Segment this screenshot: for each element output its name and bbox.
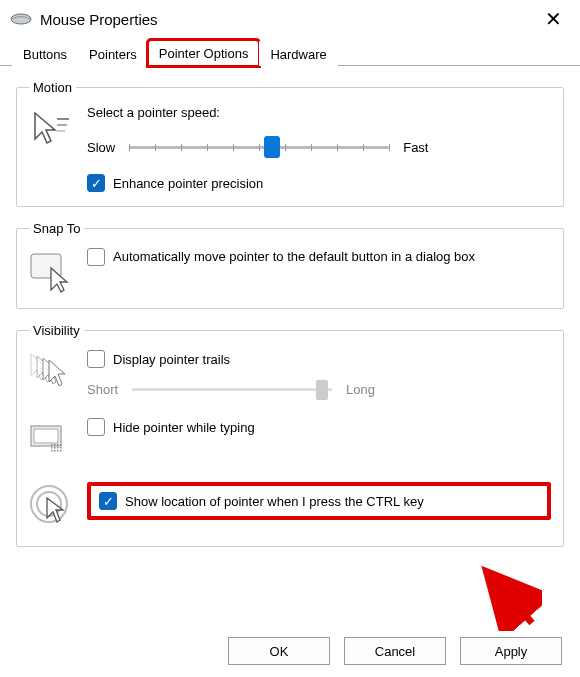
snap-to-legend: Snap To <box>29 221 84 236</box>
speed-label: Select a pointer speed: <box>87 105 551 120</box>
svg-rect-23 <box>60 447 62 449</box>
hide-typing-label: Hide pointer while typing <box>113 420 255 435</box>
mouse-icon <box>10 12 32 26</box>
hide-typing-checkbox[interactable] <box>87 418 105 436</box>
group-motion: Motion Select a pointer speed: Slow <box>16 80 564 207</box>
snap-to-icon <box>29 250 73 294</box>
ok-button[interactable]: OK <box>228 637 330 665</box>
ctrl-locate-icon <box>29 484 73 528</box>
tab-strip: Buttons Pointers Pointer Options Hardwar… <box>0 36 580 66</box>
display-trails-label: Display pointer trails <box>113 352 230 367</box>
auto-move-checkbox[interactable] <box>87 248 105 266</box>
tab-buttons[interactable]: Buttons <box>12 41 78 66</box>
svg-rect-17 <box>54 447 56 449</box>
content-area: Motion Select a pointer speed: Slow <box>0 66 580 565</box>
show-ctrl-label: Show location of pointer when I press th… <box>125 494 424 509</box>
titlebar: Mouse Properties ✕ <box>0 0 580 36</box>
svg-rect-19 <box>51 450 53 452</box>
close-button[interactable]: ✕ <box>537 5 570 33</box>
group-snap-to: Snap To Automatically move pointer to th… <box>16 221 564 309</box>
svg-rect-20 <box>54 450 56 452</box>
svg-line-28 <box>486 571 532 623</box>
svg-point-0 <box>11 14 31 24</box>
svg-rect-13 <box>51 444 53 446</box>
svg-rect-18 <box>57 447 59 449</box>
svg-marker-1 <box>35 113 55 143</box>
annotation-arrow <box>472 561 542 631</box>
group-visibility: Visibility Display pointer trails Short <box>16 323 564 547</box>
svg-rect-15 <box>57 444 59 446</box>
window-title: Mouse Properties <box>40 11 537 28</box>
cursor-speed-icon <box>29 109 73 153</box>
speed-fast-label: Fast <box>403 140 428 155</box>
enhance-precision-checkbox[interactable]: ✓ <box>87 174 105 192</box>
trail-short-label: Short <box>87 382 118 397</box>
show-ctrl-checkbox[interactable]: ✓ <box>99 492 117 510</box>
enhance-precision-label: Enhance pointer precision <box>113 176 263 191</box>
apply-button[interactable]: Apply <box>460 637 562 665</box>
auto-move-label: Automatically move pointer to the defaul… <box>113 248 475 266</box>
svg-rect-14 <box>54 444 56 446</box>
svg-marker-10 <box>49 360 65 386</box>
svg-rect-16 <box>51 447 53 449</box>
hide-typing-icon <box>29 420 73 464</box>
speed-slow-label: Slow <box>87 140 115 155</box>
tab-pointer-options[interactable]: Pointer Options <box>148 40 260 66</box>
trail-slider <box>132 378 332 400</box>
motion-legend: Motion <box>29 80 76 95</box>
pointer-trails-icon <box>29 352 73 396</box>
svg-rect-24 <box>60 450 62 452</box>
display-trails-checkbox[interactable] <box>87 350 105 368</box>
dialog-buttons: OK Cancel Apply <box>228 637 562 665</box>
trail-slider-thumb <box>316 380 328 400</box>
speed-slider-thumb[interactable] <box>264 136 280 158</box>
svg-rect-22 <box>60 444 62 446</box>
tab-pointers[interactable]: Pointers <box>78 41 148 66</box>
speed-slider[interactable] <box>129 136 389 158</box>
cancel-button[interactable]: Cancel <box>344 637 446 665</box>
trail-long-label: Long <box>346 382 375 397</box>
visibility-legend: Visibility <box>29 323 84 338</box>
svg-rect-12 <box>34 429 58 443</box>
show-ctrl-highlight: ✓ Show location of pointer when I press … <box>87 482 551 520</box>
tab-hardware[interactable]: Hardware <box>259 41 337 66</box>
svg-rect-21 <box>57 450 59 452</box>
